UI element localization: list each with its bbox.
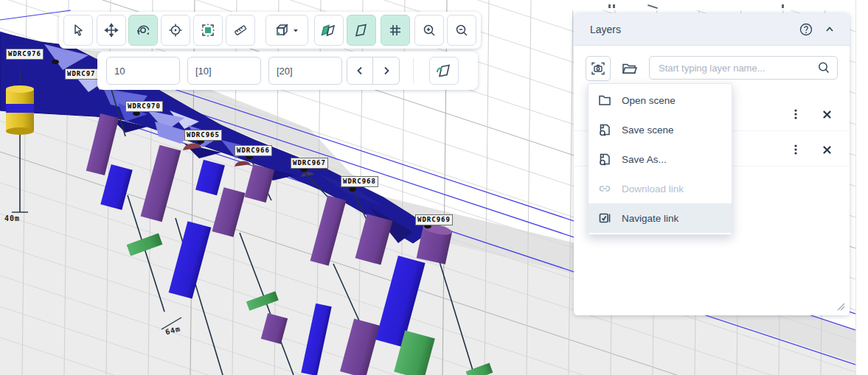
layer-options-button[interactable]	[786, 105, 805, 124]
hole-label-wdrc967: WDRC967	[291, 158, 328, 169]
menu-item-save-as[interactable]: Save As...	[588, 144, 732, 174]
menu-item-download-link: Download link	[588, 174, 732, 203]
close-icon	[822, 110, 832, 119]
clip-box-icon	[274, 23, 299, 38]
help-icon	[799, 22, 813, 37]
navigate-icon	[597, 211, 612, 225]
help-button[interactable]	[796, 20, 816, 39]
pan-icon	[104, 23, 119, 38]
menu-item-navigate-link[interactable]: Navigate link	[588, 203, 732, 233]
search-icon[interactable]	[816, 60, 832, 76]
layer-options-button[interactable]	[786, 140, 805, 159]
select-tool-button[interactable]	[63, 15, 93, 46]
ruler-icon	[233, 23, 248, 38]
crop-box-button[interactable]	[193, 15, 223, 46]
chevron-left-icon	[355, 66, 365, 76]
menu-item-label: Save As...	[622, 154, 667, 165]
collapse-panel-button[interactable]	[820, 20, 839, 39]
scene-capture-icon	[590, 60, 606, 77]
menu-item-open-scene[interactable]: Open scene	[588, 85, 732, 115]
layer-search-input[interactable]	[649, 56, 838, 80]
layers-panel-header: Layers	[574, 13, 850, 46]
clip-box-button[interactable]	[265, 15, 308, 46]
toolbar-divider	[413, 58, 414, 83]
pan-tool-button[interactable]	[97, 15, 126, 46]
grid-toggle-button[interactable]	[381, 15, 410, 46]
slice-planes-icon	[321, 23, 337, 38]
slice-plane-icon	[353, 23, 369, 38]
menu-item-label: Navigate link	[622, 213, 678, 224]
measure-tool-button[interactable]	[226, 15, 255, 46]
orbit-tool-button[interactable]	[128, 15, 158, 46]
layers-panel-title: Layers	[590, 24, 796, 35]
hole-label-wdrc970: WDRC970	[125, 101, 163, 112]
hole-label-wdrc97: WDRC97	[65, 69, 98, 80]
slice-thickness-input[interactable]	[106, 57, 180, 85]
zoom-in-button[interactable]	[414, 15, 444, 46]
right-margin-strip	[855, 0, 868, 375]
slice-prev-button[interactable]	[347, 57, 373, 85]
zoom-out-button[interactable]	[447, 15, 476, 46]
folder-icon	[597, 93, 612, 108]
measurement-40m: 40m	[4, 214, 20, 222]
slice-arrow-icon	[435, 63, 453, 78]
view-toolbar	[59, 12, 481, 49]
slice-plane-button[interactable]	[347, 15, 376, 46]
menu-item-label: Download link	[622, 183, 684, 194]
hole-label-wdrc968: WDRC968	[341, 176, 378, 187]
close-icon	[822, 145, 832, 155]
kebab-menu-icon	[791, 144, 801, 155]
hole-label-wdrc965: WDRC965	[184, 130, 222, 141]
layer-remove-button[interactable]	[817, 140, 836, 159]
menu-item-label: Open scene	[622, 95, 676, 106]
crop-icon	[201, 23, 215, 38]
slice-planes-button[interactable]	[314, 15, 344, 46]
hole-label-wdrc976: WDRC976	[6, 49, 44, 60]
layer-remove-button[interactable]	[817, 105, 836, 124]
menu-item-save-scene[interactable]: Save scene	[588, 115, 732, 144]
zoom-in-icon	[422, 23, 437, 38]
link-icon	[597, 181, 612, 196]
folder-icon	[621, 60, 637, 77]
save-scene-icon	[597, 152, 612, 167]
grid-icon	[388, 23, 403, 38]
slice-controls-toolbar	[97, 52, 478, 90]
hole-label-wdrc969: WDRC969	[415, 214, 453, 225]
slice-from-view-button[interactable]	[429, 57, 459, 85]
zoom-out-icon	[454, 23, 469, 38]
app-root: WDRC976 WDRC97 WDRC970 WDRC965 WDRC966 W…	[0, 0, 868, 375]
scene-menu: Open scene Save scene	[588, 83, 732, 235]
scene-menu-button[interactable]	[586, 56, 611, 81]
hole-label-wdrc966: WDRC966	[235, 145, 272, 156]
chevron-up-icon	[824, 24, 835, 35]
window-top-sliver	[537, 0, 855, 10]
open-layer-button[interactable]	[617, 56, 642, 81]
layers-toolbar	[574, 46, 850, 88]
slice-range-input[interactable]	[268, 57, 342, 85]
cursor-icon	[71, 23, 86, 38]
chevron-right-icon	[381, 66, 392, 76]
slice-next-button[interactable]	[373, 57, 400, 85]
target-icon	[168, 23, 183, 38]
menu-item-label: Save scene	[622, 125, 674, 136]
slice-step-input[interactable]	[187, 57, 261, 85]
panel-resize-handle[interactable]	[836, 302, 845, 311]
kebab-menu-icon	[791, 108, 801, 120]
save-scene-icon	[597, 122, 612, 137]
orbit-icon	[135, 23, 151, 38]
focus-target-button[interactable]	[161, 15, 190, 46]
